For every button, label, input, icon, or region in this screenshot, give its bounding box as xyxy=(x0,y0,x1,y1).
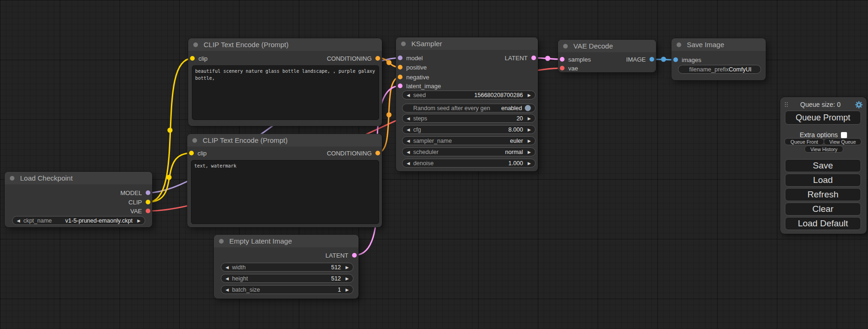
widget-random-seed-toggle[interactable]: Random seed after every gen enabled xyxy=(402,104,536,112)
output-port-conditioning[interactable] xyxy=(375,151,380,155)
link-midpoint-dot[interactable] xyxy=(661,57,666,62)
decrement-arrow[interactable]: ◀ xyxy=(407,93,410,98)
input-port-clip[interactable] xyxy=(189,151,194,155)
node-titlebar[interactable]: Empty Latent Image xyxy=(214,235,359,247)
link-midpoint-dot[interactable] xyxy=(545,56,550,61)
increment-arrow[interactable]: ▶ xyxy=(346,276,349,281)
widget-width[interactable]: ◀ width 512 ▶ xyxy=(221,263,353,272)
increment-arrow[interactable]: ▶ xyxy=(528,161,531,166)
queue-prompt-button[interactable]: Queue Prompt xyxy=(785,111,861,125)
refresh-button[interactable]: Refresh xyxy=(785,188,861,201)
view-queue-button[interactable]: View Queue xyxy=(824,138,861,145)
node-titlebar[interactable]: CLIP Text Encode (Prompt) xyxy=(187,134,382,147)
decrement-arrow[interactable]: ◀ xyxy=(17,218,20,223)
decrement-arrow[interactable]: ◀ xyxy=(226,287,229,292)
view-history-button[interactable]: View History xyxy=(804,146,843,153)
widget-scheduler[interactable]: ◀ scheduler normal ▶ xyxy=(402,147,536,156)
decrement-arrow[interactable]: ◀ xyxy=(407,127,410,132)
collapse-dot[interactable] xyxy=(10,176,14,181)
queue-front-button[interactable]: Queue Front xyxy=(784,138,824,145)
node-vae-decode[interactable]: VAE Decode samples vae IMAGE xyxy=(558,40,656,72)
extra-options-label: Extra options xyxy=(800,131,838,139)
node-titlebar[interactable]: CLIP Text Encode (Prompt) xyxy=(188,38,382,51)
input-port-latent-image[interactable] xyxy=(398,84,402,88)
collapse-dot[interactable] xyxy=(563,44,568,49)
node-titlebar[interactable]: VAE Decode xyxy=(558,40,656,52)
widget-height[interactable]: ◀ height 512 ▶ xyxy=(221,274,353,283)
increment-arrow[interactable]: ▶ xyxy=(137,218,141,223)
queue-panel: Queue size: 0 Queue Prompt Extra options… xyxy=(780,97,867,234)
node-title: VAE Decode xyxy=(573,42,613,50)
collapse-dot[interactable] xyxy=(219,239,224,244)
node-ksampler[interactable]: KSampler model positive negative latent_… xyxy=(396,37,538,171)
increment-arrow[interactable]: ▶ xyxy=(346,287,349,292)
link-midpoint-dot[interactable] xyxy=(167,175,172,180)
node-graph-canvas[interactable]: Load Checkpoint MODEL CLIP VAE ◀ ckpt_na… xyxy=(0,0,868,329)
increment-arrow[interactable]: ▶ xyxy=(528,93,531,98)
decrement-arrow[interactable]: ◀ xyxy=(407,150,410,154)
output-port-model[interactable] xyxy=(146,190,150,195)
prompt-textarea[interactable]: text, watermark xyxy=(191,160,379,224)
settings-gear-icon[interactable] xyxy=(855,101,863,109)
node-save-image[interactable]: Save Image images filename_prefix ComfyU… xyxy=(671,38,766,80)
node-title: KSampler xyxy=(411,40,442,48)
node-title: Load Checkpoint xyxy=(20,174,73,182)
node-title: CLIP Text Encode (Prompt) xyxy=(203,136,288,144)
increment-arrow[interactable]: ▶ xyxy=(528,150,531,154)
collapse-dot[interactable] xyxy=(677,42,681,47)
increment-arrow[interactable]: ▶ xyxy=(528,127,531,132)
load-button[interactable]: Load xyxy=(785,174,861,187)
link-midpoint-dot[interactable] xyxy=(168,128,173,133)
output-port-vae[interactable] xyxy=(146,209,150,213)
input-port-model[interactable] xyxy=(398,56,402,60)
increment-arrow[interactable]: ▶ xyxy=(346,265,349,270)
node-titlebar[interactable]: Save Image xyxy=(671,38,766,51)
output-port-latent[interactable] xyxy=(531,56,536,60)
toggle-knob[interactable] xyxy=(525,105,531,111)
output-port-latent[interactable] xyxy=(352,253,357,258)
node-load-checkpoint[interactable]: Load Checkpoint MODEL CLIP VAE ◀ ckpt_na… xyxy=(5,172,152,227)
load-default-button[interactable]: Load Default xyxy=(785,217,861,230)
node-titlebar[interactable]: Load Checkpoint xyxy=(5,172,152,184)
decrement-arrow[interactable]: ◀ xyxy=(407,161,410,166)
clear-button[interactable]: Clear xyxy=(785,203,861,216)
input-port-samples[interactable] xyxy=(560,57,565,62)
link-midpoint-dot[interactable] xyxy=(387,112,392,118)
node-clip-text-encode-negative[interactable]: CLIP Text Encode (Prompt) clip CONDITION… xyxy=(187,134,382,227)
input-port-clip[interactable] xyxy=(190,56,195,61)
queue-size-label: Queue size: 0 xyxy=(786,101,855,108)
node-title: Save Image xyxy=(687,41,724,49)
collapse-dot[interactable] xyxy=(401,42,406,46)
widget-seed[interactable]: ◀ seed 156680208700286 ▶ xyxy=(402,91,536,99)
input-port-positive[interactable] xyxy=(398,65,402,70)
decrement-arrow[interactable]: ◀ xyxy=(226,265,229,270)
node-clip-text-encode-positive[interactable]: CLIP Text Encode (Prompt) clip CONDITION… xyxy=(188,38,382,126)
widget-ckpt-name[interactable]: ◀ ckpt_name v1-5-pruned-emaonly.ckpt ▶ xyxy=(12,216,145,225)
collapse-dot[interactable] xyxy=(192,138,197,143)
collapse-dot[interactable] xyxy=(193,42,198,47)
widget-sampler-name[interactable]: ◀ sampler_name euler ▶ xyxy=(402,136,536,145)
node-empty-latent-image[interactable]: Empty Latent Image LATENT ◀ width 512 ▶ … xyxy=(214,235,359,299)
input-port-vae[interactable] xyxy=(560,66,565,70)
widget-cfg[interactable]: ◀ cfg 8.000 ▶ xyxy=(402,125,536,134)
output-port-image[interactable] xyxy=(649,57,654,62)
increment-arrow[interactable]: ▶ xyxy=(528,116,531,121)
widget-denoise[interactable]: ◀ denoise 1.000 ▶ xyxy=(402,159,536,168)
node-title: CLIP Text Encode (Prompt) xyxy=(204,41,289,49)
decrement-arrow[interactable]: ◀ xyxy=(226,276,229,281)
widget-steps[interactable]: ◀ steps 20 ▶ xyxy=(402,114,536,123)
prompt-textarea[interactable]: beautiful scenery nature glass bottle la… xyxy=(192,65,379,120)
output-port-clip[interactable] xyxy=(146,200,150,204)
widget-batch-size[interactable]: ◀ batch_size 1 ▶ xyxy=(221,285,353,294)
decrement-arrow[interactable]: ◀ xyxy=(407,139,410,143)
node-titlebar[interactable]: KSampler xyxy=(396,37,538,50)
input-port-negative[interactable] xyxy=(398,75,402,79)
widget-filename-prefix[interactable]: filename_prefix ComfyUI xyxy=(678,65,761,74)
link-midpoint-dot[interactable] xyxy=(387,60,392,65)
input-port-images[interactable] xyxy=(673,57,678,62)
extra-options-checkbox[interactable] xyxy=(841,132,847,138)
output-port-conditioning[interactable] xyxy=(375,56,380,61)
decrement-arrow[interactable]: ◀ xyxy=(407,116,410,121)
save-button[interactable]: Save xyxy=(785,159,861,172)
increment-arrow[interactable]: ▶ xyxy=(528,139,531,143)
